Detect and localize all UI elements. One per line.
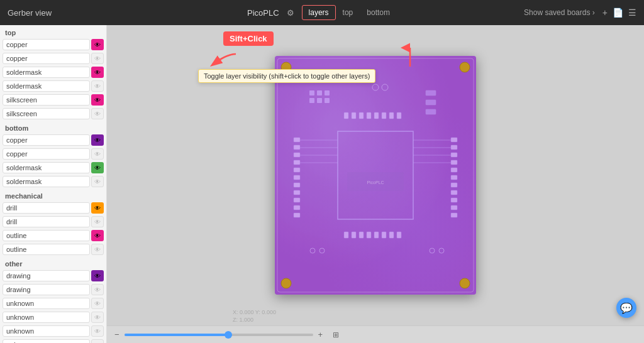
layer-other-unknown2-vis[interactable]: 👁	[91, 312, 104, 323]
svg-point-2	[281, 278, 291, 288]
layer-other-unknown2-btn[interactable]: unknown	[3, 312, 90, 323]
svg-rect-43	[309, 90, 314, 95]
layer-top-copper2-vis[interactable]: 👁	[91, 53, 104, 64]
layer-other-unknown1-btn[interactable]: unknown	[3, 298, 90, 309]
svg-rect-33	[389, 112, 394, 119]
fit-icon[interactable]: ⊞	[333, 330, 339, 339]
layer-mech-drill1-vis[interactable]: 👁	[91, 202, 104, 214]
tab-bottom[interactable]: bottom	[360, 5, 397, 20]
tab-top[interactable]: top	[336, 5, 360, 20]
layer-top-silkscreen1-vis[interactable]: 👁	[91, 94, 104, 106]
list-item: soldermask 👁	[0, 175, 106, 188]
layer-top-copper2-btn[interactable]: copper	[3, 53, 90, 64]
layer-bottom-copper2-btn[interactable]: copper	[3, 148, 90, 160]
tab-layers[interactable]: layers	[302, 5, 336, 20]
header-tabs: layers top bottom	[302, 5, 397, 20]
svg-rect-41	[389, 232, 394, 238]
list-item: copper 👁	[0, 52, 106, 65]
svg-rect-19	[451, 160, 457, 165]
arrow-left-icon	[208, 49, 239, 70]
svg-rect-13	[294, 198, 300, 202]
file-icon[interactable]: 📄	[613, 8, 623, 18]
list-item: unknown 👁	[0, 297, 106, 310]
svg-rect-15	[294, 213, 300, 217]
layer-bottom-copper1-btn[interactable]: copper	[3, 134, 90, 146]
layer-bottom-soldermask1-vis[interactable]: 👁	[91, 162, 104, 173]
layer-bottom-copper2-vis[interactable]: 👁	[91, 148, 104, 160]
list-item: copper 👁	[0, 147, 106, 161]
board-container[interactable]: PicoPLC	[107, 25, 644, 325]
content-area: Sift+Click	[107, 25, 644, 343]
layer-other-unknown3-btn[interactable]: unknown	[3, 325, 90, 337]
svg-rect-7	[294, 153, 300, 157]
layer-mech-outline2-vis[interactable]: 👁	[91, 244, 104, 255]
layer-top-silkscreen2-btn[interactable]: silkscreen	[3, 108, 90, 119]
layer-other-unknown3-vis[interactable]: 👁	[91, 325, 104, 337]
layer-other-unknown1-vis[interactable]: 👁	[91, 298, 104, 309]
svg-rect-23	[451, 190, 457, 195]
add-icon[interactable]: +	[602, 8, 608, 18]
layer-top-soldermask1-vis[interactable]: 👁	[91, 67, 104, 78]
layer-mech-drill2-btn[interactable]: drill	[3, 216, 90, 227]
svg-point-58	[319, 248, 325, 253]
chat-icon: 💬	[620, 302, 633, 314]
layer-mech-outline1-btn[interactable]: outline	[3, 230, 90, 241]
zoom-thumb[interactable]	[225, 331, 232, 339]
layer-bottom-soldermask2-vis[interactable]: 👁	[91, 176, 104, 187]
header-right: Show saved boards › + 📄 ☰	[524, 8, 636, 18]
layer-other-drawing1-btn[interactable]: drawing	[3, 270, 90, 281]
layer-mech-outline1-vis[interactable]: 👁	[91, 230, 104, 241]
layer-other-drawing1-vis[interactable]: 👁	[91, 270, 104, 281]
list-item: outline 👁	[0, 242, 106, 256]
layer-other-unknown4-btn[interactable]: unknown	[3, 339, 90, 343]
zoom-fill	[125, 334, 228, 336]
svg-rect-36	[352, 232, 356, 238]
svg-rect-22	[451, 183, 457, 187]
layer-top-soldermask1-btn[interactable]: soldermask	[3, 67, 90, 78]
zoom-in-icon[interactable]: +	[318, 330, 323, 339]
list-item: copper 👁	[0, 133, 106, 147]
project-name: PicoPLC	[247, 8, 279, 18]
pcb-board: PicoPLC	[275, 56, 476, 295]
svg-text:PicoPLC: PicoPLC	[367, 180, 384, 185]
svg-point-59	[430, 248, 435, 253]
svg-rect-18	[451, 153, 457, 157]
shift-click-label: Sift+Click	[230, 34, 267, 43]
list-item: copper 👁	[0, 38, 106, 52]
zoom-out-icon[interactable]: −	[114, 330, 119, 339]
section-label-top: top	[0, 25, 106, 38]
layer-top-copper1-vis[interactable]: 👁	[91, 39, 104, 50]
list-item: soldermask 👁	[0, 161, 106, 175]
list-item: silkscreen 👁	[0, 93, 106, 107]
svg-rect-34	[397, 112, 401, 119]
layer-bottom-copper1-vis[interactable]: 👁	[91, 134, 104, 146]
layer-top-soldermask2-vis[interactable]: 👁	[91, 80, 104, 92]
menu-icon[interactable]: ☰	[628, 8, 636, 18]
header-left: Gerber view	[8, 8, 52, 18]
svg-rect-45	[325, 90, 330, 95]
svg-rect-40	[382, 232, 386, 238]
show-saved-link[interactable]: Show saved boards ›	[524, 8, 595, 17]
layer-other-drawing2-btn[interactable]: drawing	[3, 284, 90, 295]
sidebar-wrapper: top copper 👁 copper 👁 soldermask 👁 solde…	[0, 25, 107, 343]
section-label-other: other	[0, 256, 106, 269]
svg-rect-44	[317, 90, 322, 95]
layer-top-soldermask2-btn[interactable]: soldermask	[3, 80, 90, 92]
zoom-slider[interactable]	[125, 334, 313, 336]
gear-icon[interactable]: ⚙	[287, 8, 294, 18]
layer-top-silkscreen1-btn[interactable]: silkscreen	[3, 94, 90, 106]
layer-other-drawing2-vis[interactable]: 👁	[91, 284, 104, 295]
layer-top-silkscreen2-vis[interactable]: 👁	[91, 108, 104, 119]
tooltip: Toggle layer visibility (shift+click to …	[198, 69, 375, 83]
layer-bottom-soldermask1-btn[interactable]: soldermask	[3, 162, 90, 173]
svg-rect-12	[294, 190, 300, 195]
layer-mech-drill1-btn[interactable]: drill	[3, 202, 90, 214]
svg-rect-42	[397, 232, 401, 238]
layer-mech-outline2-btn[interactable]: outline	[3, 244, 90, 255]
svg-rect-64	[426, 100, 436, 105]
layer-mech-drill2-vis[interactable]: 👁	[91, 216, 104, 227]
layer-other-unknown4-vis[interactable]: 👁	[91, 339, 104, 343]
layer-top-copper1-btn[interactable]: copper	[3, 39, 90, 50]
chat-bubble[interactable]: 💬	[616, 298, 636, 318]
layer-bottom-soldermask2-btn[interactable]: soldermask	[3, 176, 90, 187]
